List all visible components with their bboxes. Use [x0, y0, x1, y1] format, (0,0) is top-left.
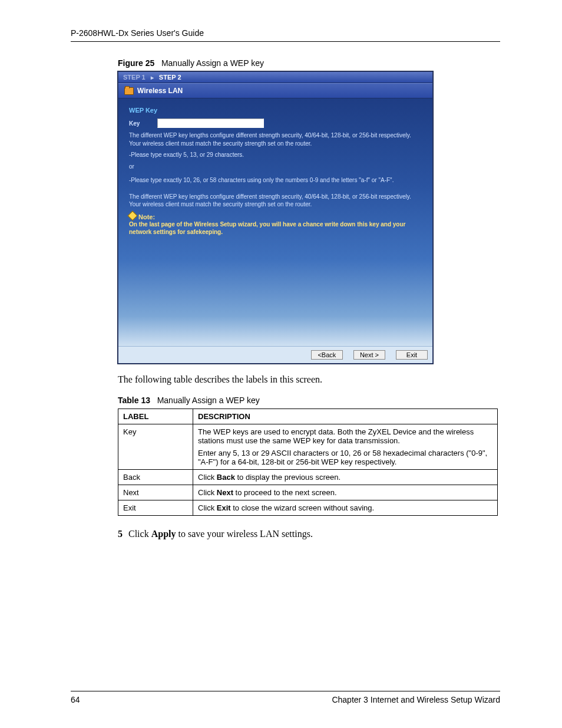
th-label: LABEL: [118, 409, 193, 424]
wep-key-group-label: WEP Key: [129, 107, 422, 114]
step-separator-icon: ▸: [151, 74, 154, 81]
cell-desc-pre: Click: [198, 503, 217, 512]
table-row: Exit Click Exit to close the wizard scre…: [118, 500, 498, 516]
cell-label: Key: [118, 424, 193, 470]
step-post: to save your wireless LAN settings.: [176, 529, 312, 539]
figure-number: Figure 25: [118, 58, 154, 68]
figure-caption: Figure 25 Manually Assign a WEP key: [118, 58, 500, 68]
cell-label: Exit: [118, 500, 193, 516]
cell-desc-bold: Next: [217, 488, 233, 497]
cell-label: Back: [118, 470, 193, 485]
back-button[interactable]: <Back: [311, 350, 343, 360]
cell-desc-pre: Click: [198, 488, 217, 497]
cell-desc-p1: The WEP keys are used to encrypt data. B…: [198, 427, 492, 445]
cell-desc-p2: Enter any 5, 13 or 29 ASCII characters o…: [198, 449, 492, 466]
header-rule: [71, 41, 500, 42]
running-header: P-2608HWL-Dx Series User's Guide: [71, 28, 500, 38]
hint-text-1c: or: [129, 163, 422, 171]
page-number: 64: [71, 695, 80, 704]
hint-text-1: The different WEP key lengths configure …: [129, 131, 422, 147]
cell-label: Next: [118, 485, 193, 500]
cell-desc-post: to proceed to the next screen.: [233, 488, 337, 497]
description-table: LABEL DESCRIPTION Key The WEP keys are u…: [118, 409, 498, 516]
cell-desc: Click Next to proceed to the next screen…: [193, 485, 498, 500]
step-1-label: STEP 1: [123, 74, 146, 81]
cell-desc: The WEP keys are used to encrypt data. B…: [193, 424, 498, 470]
exit-button[interactable]: Exit: [396, 350, 428, 360]
wizard-steps: STEP 1 ▸ STEP 2: [118, 72, 432, 83]
step-2-label: STEP 2: [159, 74, 181, 81]
wizard-button-bar: <Back Next > Exit: [118, 346, 432, 363]
hint-text-3: The different WEP key lengths configure …: [129, 193, 422, 209]
next-button[interactable]: Next >: [353, 350, 385, 360]
cell-desc-pre: Click: [198, 473, 217, 482]
page-footer: 64 Chapter 3 Internet and Wireless Setup…: [71, 691, 500, 704]
key-label: Key: [129, 120, 140, 127]
key-row: Key: [129, 118, 422, 128]
step-bold: Apply: [151, 529, 176, 539]
table-caption: Table 13 Manually Assign a WEP key: [118, 396, 500, 405]
th-description: DESCRIPTION: [193, 409, 498, 424]
hint-text-1b: -Please type exactly 5, 13, or 29 charac…: [129, 151, 422, 159]
figure-title: Manually Assign a WEP key: [161, 58, 264, 68]
table-number: Table 13: [118, 396, 150, 405]
note-heading: Note:: [129, 212, 422, 220]
cell-desc-post: to display the previous screen.: [235, 473, 340, 482]
pin-icon: [128, 210, 138, 220]
step-5-line: 5 Click Apply to save your wireless LAN …: [118, 529, 500, 539]
wizard-window: STEP 1 ▸ STEP 2 Wireless LAN WEP Key Key…: [118, 71, 433, 364]
wizard-section-title: Wireless LAN: [118, 83, 432, 98]
cell-desc-bold: Back: [217, 473, 235, 482]
note-heading-text: Note:: [138, 213, 155, 220]
step-number: 5: [118, 529, 123, 539]
section-title-text: Wireless LAN: [137, 87, 183, 95]
wizard-panel: WEP Key Key The different WEP key length…: [118, 98, 432, 346]
cell-desc-post: to close the wizard screen without savin…: [231, 503, 375, 512]
cell-desc: Click Back to display the previous scree…: [193, 470, 498, 485]
intro-paragraph: The following table describes the labels…: [118, 374, 500, 385]
hint-text-2: -Please type exactly 10, 26, or 58 chara…: [129, 176, 422, 185]
folder-icon: [124, 87, 134, 95]
table-row: Next Click Next to proceed to the next s…: [118, 485, 498, 500]
table-header-row: LABEL DESCRIPTION: [118, 409, 498, 424]
table-title: Manually Assign a WEP key: [157, 396, 260, 405]
chapter-title: Chapter 3 Internet and Wireless Setup Wi…: [332, 695, 500, 704]
wep-key-input[interactable]: [157, 118, 264, 128]
table-row: Key The WEP keys are used to encrypt dat…: [118, 424, 498, 470]
step-pre: Click: [126, 529, 151, 539]
cell-desc: Click Exit to close the wizard screen wi…: [193, 500, 498, 516]
table-row: Back Click Back to display the previous …: [118, 470, 498, 485]
cell-desc-bold: Exit: [217, 503, 231, 512]
footer-rule: [71, 691, 500, 691]
note-body: On the last page of the Wireless Setup w…: [129, 220, 422, 236]
